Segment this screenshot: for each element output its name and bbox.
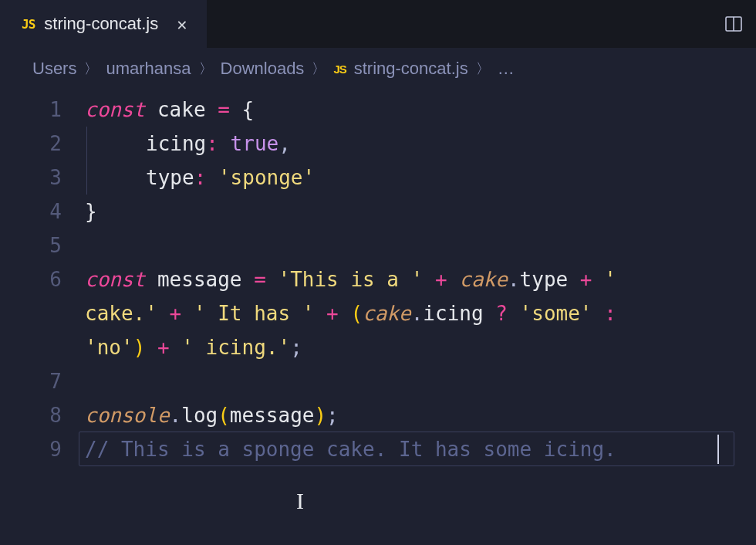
code-line[interactable] — [85, 228, 756, 262]
chevron-right-icon: 〉 — [312, 59, 326, 78]
text-cursor — [717, 435, 719, 464]
chevron-right-icon: 〉 — [476, 59, 490, 78]
breadcrumb-segment[interactable]: umarhansa — [106, 59, 191, 79]
line-number: 5 — [0, 228, 62, 262]
line-number: 3 — [0, 161, 62, 195]
code-line[interactable]: icing: true, — [85, 127, 756, 161]
line-number: 4 — [0, 195, 62, 228]
line-number: 7 — [0, 364, 62, 398]
code-line[interactable]: const cake = { — [85, 93, 756, 127]
line-number-gutter: 123456789 — [0, 93, 85, 466]
code-line[interactable]: const message = 'This is a ' + cake.type… — [85, 262, 756, 296]
close-icon[interactable]: ✕ — [172, 13, 191, 36]
line-number: 1 — [0, 93, 62, 127]
chevron-right-icon: 〉 — [199, 59, 213, 78]
line-number: 6 — [0, 262, 62, 364]
code-line[interactable] — [85, 364, 756, 398]
tab-bar: JS string-concat.js ✕ — [0, 0, 756, 48]
code-line-wrap[interactable]: 'no') + ' icing.'; — [85, 330, 756, 364]
line-number: 2 — [0, 127, 62, 161]
mouse-text-cursor-icon: I — [296, 488, 304, 514]
breadcrumb-segment[interactable]: Users — [32, 59, 76, 79]
code-content[interactable]: // adjust gutter wrapper line 6 display … — [85, 93, 756, 466]
code-line[interactable]: type: 'sponge' — [85, 161, 756, 195]
js-file-icon: JS — [333, 63, 346, 76]
code-line[interactable]: console.log(message); — [85, 398, 756, 432]
chevron-right-icon: 〉 — [84, 59, 98, 78]
js-file-icon: JS — [22, 17, 35, 32]
breadcrumb[interactable]: Users 〉 umarhansa 〉 Downloads 〉 JS strin… — [0, 48, 756, 90]
code-line-active[interactable]: // This is a sponge cake. It has some ic… — [85, 432, 756, 466]
tab-string-concat[interactable]: JS string-concat.js ✕ — [0, 0, 208, 48]
code-editor[interactable]: 123456789 // adjust gutter wrapper line … — [0, 90, 756, 466]
code-line[interactable]: } — [85, 195, 756, 228]
code-line-wrap[interactable]: cake.' + ' It has ' + (cake.icing ? 'som… — [85, 296, 756, 330]
line-number: 8 — [0, 398, 62, 432]
split-editor-icon[interactable] — [724, 15, 744, 33]
breadcrumb-segment[interactable]: Downloads — [221, 59, 305, 79]
line-number: 9 — [0, 432, 62, 466]
tab-title: string-concat.js — [44, 14, 158, 34]
breadcrumb-file[interactable]: string-concat.js — [354, 59, 468, 79]
breadcrumb-ellipsis[interactable]: … — [498, 59, 515, 79]
